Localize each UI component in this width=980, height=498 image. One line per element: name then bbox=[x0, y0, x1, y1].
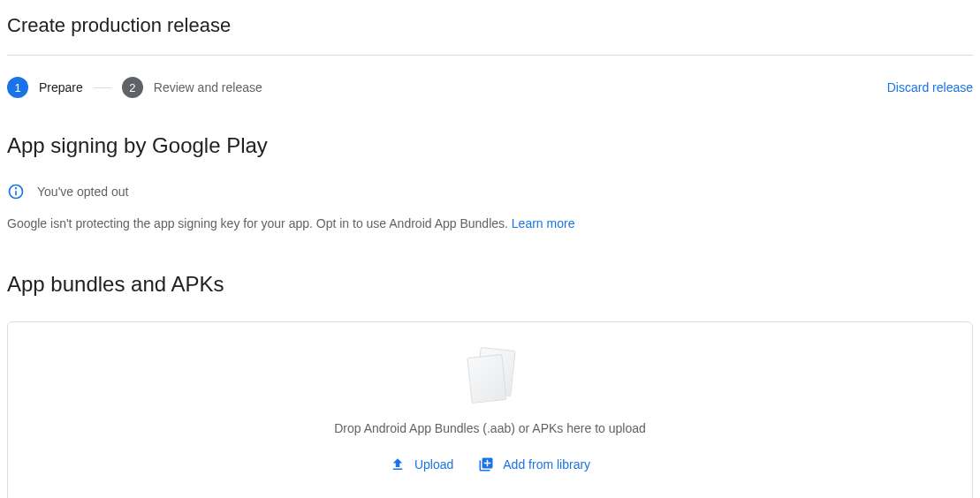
step-label-review: Review and release bbox=[154, 80, 262, 94]
app-signing-heading: App signing by Google Play bbox=[7, 133, 973, 158]
page-title: Create production release bbox=[7, 14, 973, 55]
library-button-label: Add from library bbox=[503, 457, 590, 472]
signing-description: Google isn't protecting the app signing … bbox=[7, 215, 973, 233]
learn-more-link[interactable]: Learn more bbox=[512, 216, 575, 230]
svg-point-2 bbox=[16, 188, 17, 189]
file-stack-icon bbox=[466, 349, 515, 405]
library-add-icon bbox=[478, 456, 494, 472]
divider bbox=[7, 55, 973, 56]
stepper-row: 1 Prepare 2 Review and release Discard r… bbox=[7, 77, 973, 98]
upload-button-label: Upload bbox=[414, 457, 453, 472]
step-connector bbox=[94, 87, 111, 88]
step-label-prepare: Prepare bbox=[39, 80, 83, 94]
upload-dropzone[interactable]: Drop Android App Bundles (.aab) or APKs … bbox=[7, 321, 973, 498]
step-number-1: 1 bbox=[7, 77, 28, 98]
add-from-library-button[interactable]: Add from library bbox=[478, 456, 590, 472]
step-prepare[interactable]: 1 Prepare bbox=[7, 77, 83, 98]
signing-description-text: Google isn't protecting the app signing … bbox=[7, 216, 512, 230]
upload-button[interactable]: Upload bbox=[390, 456, 453, 472]
stepper: 1 Prepare 2 Review and release bbox=[7, 77, 262, 98]
signing-status-row: You've opted out bbox=[7, 183, 973, 200]
upload-actions: Upload Add from library bbox=[390, 456, 590, 472]
signing-status-text: You've opted out bbox=[37, 185, 128, 199]
drop-hint-text: Drop Android App Bundles (.aab) or APKs … bbox=[334, 421, 646, 435]
step-number-2: 2 bbox=[122, 77, 143, 98]
info-icon bbox=[7, 183, 25, 200]
discard-release-link[interactable]: Discard release bbox=[887, 80, 973, 94]
upload-icon bbox=[390, 456, 406, 472]
bundles-heading: App bundles and APKs bbox=[7, 272, 973, 297]
step-review[interactable]: 2 Review and release bbox=[122, 77, 262, 98]
